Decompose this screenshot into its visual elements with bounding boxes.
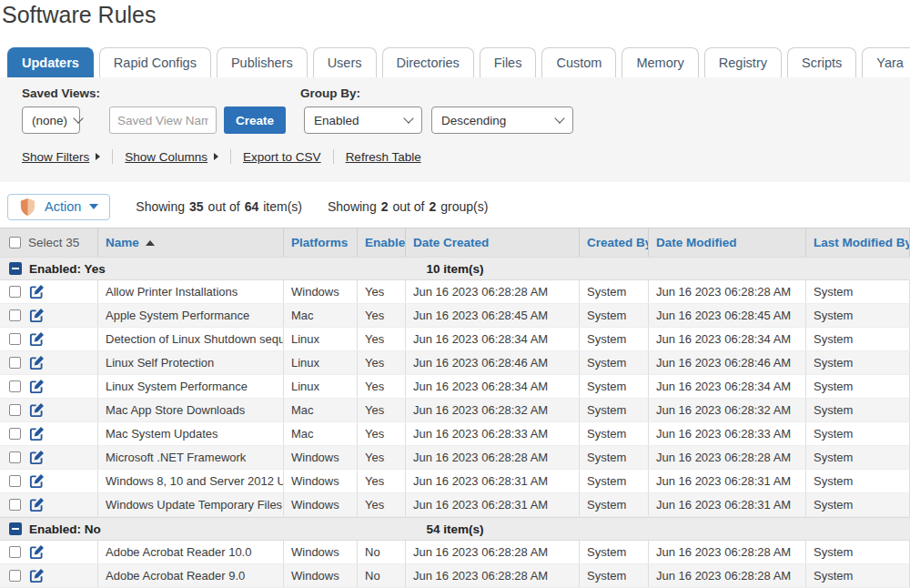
edit-icon[interactable]	[29, 473, 45, 489]
column-header-date-created[interactable]: Date Created	[406, 228, 580, 257]
tab-registry[interactable]: Registry	[704, 47, 782, 77]
edit-icon[interactable]	[29, 379, 45, 394]
row-checkbox[interactable]	[9, 404, 21, 416]
cell-platforms: Windows	[284, 541, 358, 563]
refresh-table-link[interactable]: Refresh Table	[346, 150, 421, 164]
saved-view-name-input[interactable]	[109, 106, 217, 134]
divider	[230, 149, 231, 164]
edit-icon[interactable]	[29, 402, 45, 418]
cell-date-modified: Jun 16 2023 06:28:31 AM	[649, 493, 806, 516]
collapse-group-icon[interactable]	[9, 262, 22, 275]
cell-created-by: System	[580, 351, 649, 374]
cell-last-modified-by: System	[806, 351, 910, 374]
cell-last-modified-by: System	[806, 493, 910, 516]
column-header-platforms[interactable]: Platforms	[284, 228, 358, 257]
show-columns-link[interactable]: Show Columns	[125, 150, 218, 164]
cell-platforms: Windows	[284, 446, 358, 469]
cell-platforms: Linux	[284, 351, 358, 374]
edit-icon[interactable]	[29, 308, 45, 323]
cell-date-modified: Jun 16 2023 06:28:34 AM	[649, 375, 806, 398]
tab-custom[interactable]: Custom	[541, 47, 616, 77]
edit-icon[interactable]	[29, 568, 45, 583]
row-checkbox[interactable]	[9, 546, 21, 558]
row-checkbox[interactable]	[9, 286, 21, 298]
edit-icon[interactable]	[29, 284, 45, 299]
cell-last-modified-by: System	[806, 541, 910, 563]
cell-last-modified-by: System	[806, 375, 910, 398]
row-checkbox[interactable]	[9, 570, 21, 582]
cell-last-modified-by: System	[806, 446, 910, 469]
column-header-name[interactable]: Name	[98, 228, 284, 257]
cell-created-by: System	[580, 541, 649, 563]
cell-last-modified-by: System	[806, 470, 910, 492]
cell-name: Windows 8, 10 and Server 2012 Up	[98, 470, 284, 492]
cell-enabled: Yes	[358, 351, 406, 374]
cell-date-created: Jun 16 2023 06:28:34 AM	[406, 375, 580, 398]
create-button[interactable]: Create	[224, 106, 286, 134]
shield-icon	[19, 198, 36, 217]
cell-enabled: Yes	[358, 470, 406, 492]
row-checkbox[interactable]	[9, 475, 21, 487]
rules-table: Select 35 Name Platforms Enabled Date Cr…	[0, 228, 910, 588]
select-all-checkbox[interactable]	[9, 237, 21, 248]
cell-platforms: Windows	[284, 280, 358, 303]
cell-platforms: Windows	[284, 493, 358, 516]
collapse-group-icon[interactable]	[9, 522, 22, 535]
group-label: Enabled: Yes	[29, 262, 106, 276]
edit-icon[interactable]	[29, 544, 45, 560]
row-checkbox[interactable]	[9, 499, 21, 511]
show-filters-link[interactable]: Show Filters	[22, 150, 100, 164]
divider	[333, 149, 334, 164]
cell-date-modified: Jun 16 2023 06:28:28 AM	[649, 541, 806, 563]
tab-directories[interactable]: Directories	[382, 47, 474, 77]
sort-order-select[interactable]: Descending	[431, 106, 573, 134]
action-button[interactable]: Action	[7, 194, 110, 220]
table-row: Windows Update Temporary Files Windows Y…	[0, 493, 910, 517]
edit-icon[interactable]	[29, 355, 45, 370]
row-checkbox[interactable]	[9, 309, 21, 321]
row-select-cell	[0, 446, 98, 469]
tab-yara[interactable]: Yara	[862, 47, 910, 77]
column-header-created-by[interactable]: Created By	[580, 228, 649, 257]
filter-panel: Saved Views: Group By: (none) Create Ena…	[0, 77, 910, 182]
tab-memory[interactable]: Memory	[622, 47, 698, 77]
group-by-select[interactable]: Enabled	[304, 106, 422, 134]
items-summary: Showing 35 out of 64 item(s)	[136, 199, 302, 214]
groups-summary: Showing 2 out of 2 group(s)	[328, 199, 488, 214]
export-to-csv-link[interactable]: Export to CSV	[243, 150, 321, 164]
tab-rapid-configs[interactable]: Rapid Configs	[99, 47, 211, 77]
row-checkbox[interactable]	[9, 333, 21, 345]
column-header-enabled[interactable]: Enabled	[358, 228, 406, 257]
cell-enabled: Yes	[358, 446, 406, 469]
saved-views-label: Saved Views:	[22, 86, 300, 105]
tab-files[interactable]: Files	[480, 47, 537, 77]
cell-date-created: Jun 16 2023 06:28:28 AM	[406, 564, 580, 587]
edit-icon[interactable]	[29, 450, 45, 465]
column-header-date-modified[interactable]: Date Modified	[649, 228, 806, 257]
cell-enabled: Yes	[358, 375, 406, 398]
edit-icon[interactable]	[29, 426, 45, 441]
edit-icon[interactable]	[29, 331, 45, 347]
row-checkbox[interactable]	[9, 428, 21, 440]
column-header-last-modified-by[interactable]: Last Modified By	[806, 228, 910, 257]
cell-platforms: Windows	[284, 564, 358, 587]
cell-created-by: System	[580, 564, 649, 587]
tab-publishers[interactable]: Publishers	[217, 47, 308, 77]
cell-platforms: Mac	[284, 422, 358, 445]
table-row: Windows 8, 10 and Server 2012 Up Windows…	[0, 470, 910, 493]
row-checkbox[interactable]	[9, 380, 21, 392]
tab-scripts[interactable]: Scripts	[787, 47, 856, 77]
edit-icon[interactable]	[29, 497, 45, 512]
table-row: Mac App Store Downloads Mac Yes Jun 16 2…	[0, 399, 910, 422]
group-header-row: Enabled: Yes 10 item(s)	[0, 257, 910, 280]
row-select-cell	[0, 304, 98, 327]
row-checkbox[interactable]	[9, 451, 21, 463]
row-checkbox[interactable]	[9, 357, 21, 369]
cell-name: Mac System Updates	[98, 422, 284, 445]
row-select-cell	[0, 328, 98, 350]
saved-views-select[interactable]: (none)	[22, 106, 80, 134]
tab-users[interactable]: Users	[313, 47, 377, 77]
group-label: Enabled: No	[29, 522, 101, 536]
cell-date-modified: Jun 16 2023 06:28:28 AM	[649, 446, 806, 469]
tab-updaters[interactable]: Updaters	[7, 47, 94, 77]
